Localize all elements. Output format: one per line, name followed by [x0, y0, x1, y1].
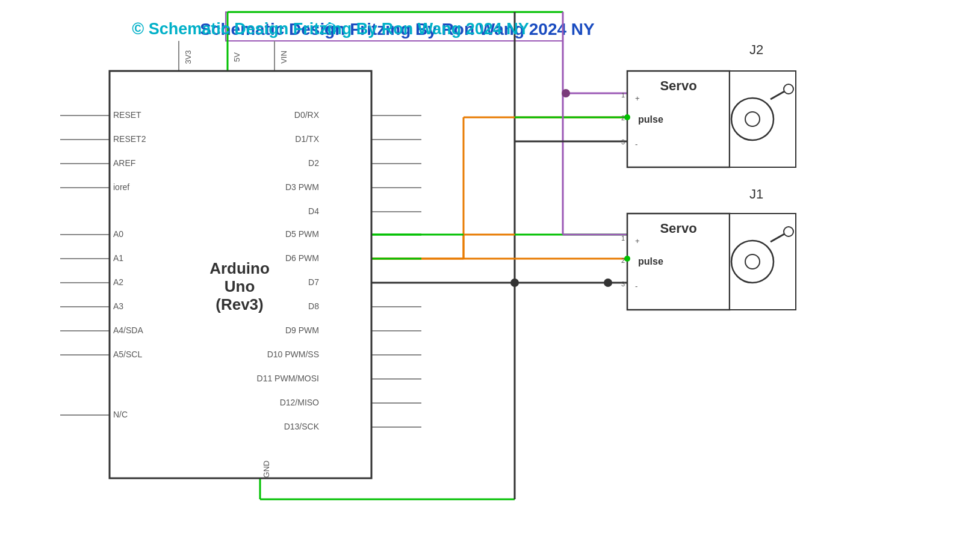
svg-text:1: 1: [621, 91, 625, 99]
svg-text:A3: A3: [113, 301, 123, 311]
svg-text:VIN: VIN: [279, 51, 288, 64]
svg-text:D9 PWM: D9 PWM: [285, 325, 319, 335]
svg-text:© Schematic Design Fritzing  B: © Schematic Design Fritzing By Ron Wang …: [132, 20, 529, 38]
schematic-container: © Schematic Design Fritzing By Ron Wang …: [0, 0, 980, 551]
svg-point-115: [510, 279, 519, 287]
svg-text:-: -: [635, 140, 637, 149]
svg-text:1: 1: [621, 235, 625, 242]
svg-text:A5/SCL: A5/SCL: [113, 349, 142, 359]
svg-text:pulse: pulse: [638, 256, 663, 266]
svg-text:J2: J2: [749, 42, 763, 57]
svg-text:RESET: RESET: [113, 110, 141, 120]
svg-text:A4/SDA: A4/SDA: [113, 325, 143, 335]
svg-point-110: [784, 227, 793, 236]
svg-text:3V3: 3V3: [184, 50, 193, 64]
svg-text:5V: 5V: [232, 52, 241, 62]
svg-point-114: [604, 279, 612, 287]
svg-text:AREF: AREF: [113, 158, 135, 168]
svg-text:D0/RX: D0/RX: [294, 110, 320, 120]
svg-text:D5 PWM: D5 PWM: [285, 229, 319, 239]
svg-text:D1/TX: D1/TX: [295, 134, 319, 144]
svg-text:ioref: ioref: [113, 182, 129, 192]
svg-text:A2: A2: [113, 277, 123, 287]
svg-point-111: [562, 89, 570, 97]
svg-text:3: 3: [621, 280, 625, 288]
svg-text:GND: GND: [262, 461, 271, 478]
svg-point-94: [745, 112, 760, 126]
svg-text:A0: A0: [113, 229, 123, 239]
svg-text:Servo: Servo: [660, 78, 696, 93]
svg-text:RESET2: RESET2: [113, 134, 146, 144]
svg-text:Servo: Servo: [660, 221, 696, 236]
svg-text:+: +: [635, 236, 640, 245]
svg-text:N/C: N/C: [113, 410, 128, 419]
svg-text:D10 PWM/SS: D10 PWM/SS: [267, 349, 319, 359]
svg-text:J1: J1: [749, 186, 763, 202]
svg-text:D8: D8: [308, 301, 319, 311]
svg-text:D4: D4: [308, 206, 319, 216]
svg-text:pulse: pulse: [638, 114, 663, 125]
svg-text:D12/MISO: D12/MISO: [280, 398, 319, 407]
svg-text:D2: D2: [308, 158, 319, 168]
svg-point-96: [784, 84, 793, 94]
svg-text:D7: D7: [308, 277, 319, 287]
svg-point-108: [745, 254, 760, 269]
svg-text:A1: A1: [113, 253, 123, 263]
svg-text:D11 PWM/MOSI: D11 PWM/MOSI: [257, 374, 319, 383]
svg-text:2: 2: [621, 257, 625, 264]
svg-point-113: [624, 256, 630, 262]
svg-text:3: 3: [621, 138, 625, 146]
svg-text:-: -: [635, 282, 637, 291]
svg-text:Uno: Uno: [225, 277, 255, 295]
svg-text:(Rev3): (Rev3): [216, 295, 263, 313]
svg-text:+: +: [635, 94, 640, 103]
svg-text:D6 PWM: D6 PWM: [285, 253, 319, 263]
svg-text:Arduino: Arduino: [209, 259, 270, 277]
svg-text:D13/SCK: D13/SCK: [284, 422, 320, 431]
svg-text:D3 PWM: D3 PWM: [285, 182, 319, 192]
svg-text:2: 2: [621, 114, 625, 122]
svg-point-112: [624, 114, 630, 120]
